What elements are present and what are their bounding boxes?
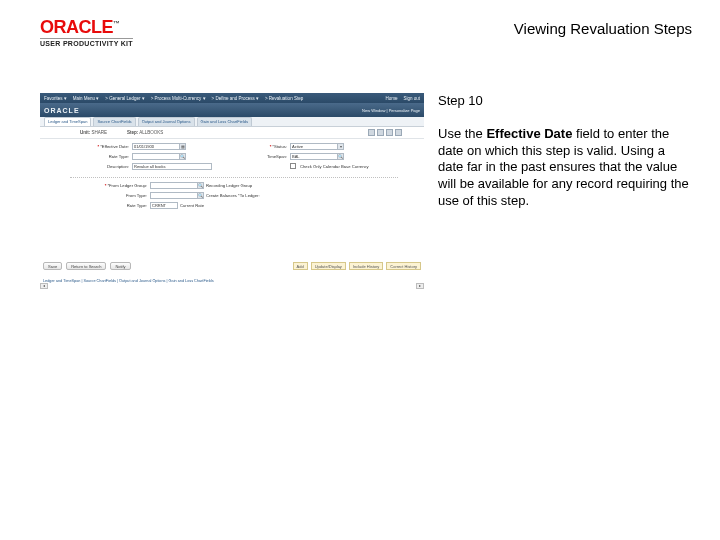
include-history-button[interactable]: Include History: [349, 262, 383, 270]
last-icon[interactable]: [395, 129, 402, 136]
signout-link[interactable]: Sign out: [403, 96, 420, 101]
nav-item[interactable]: > Process Multi-Currency ▾: [151, 96, 206, 101]
return-button[interactable]: Return to Search: [66, 262, 106, 270]
doc-header: ORACLE™ USER PRODUCTIVITY KIT Viewing Re…: [0, 0, 720, 53]
first-icon[interactable]: [386, 129, 393, 136]
ss-actions: Save Return to Search Notify Add Update/…: [40, 261, 424, 271]
calendar-base-checkbox-label: Check Only Calendar Base Currency: [298, 164, 369, 169]
brand-main: ORACLE: [40, 17, 113, 37]
nav-item[interactable]: Main Menu ▾: [73, 96, 100, 101]
from-ledger-label: **From Ledger Group:: [84, 183, 150, 188]
status-select[interactable]: Active: [290, 143, 338, 150]
from-type-field[interactable]: [150, 192, 198, 199]
lookup-icon[interactable]: 🔍: [180, 153, 186, 160]
scroll-left-icon[interactable]: ◂: [40, 283, 48, 289]
rate-type2-label: Rate Type:: [84, 203, 150, 208]
update-display-button[interactable]: Update/Display: [311, 262, 346, 270]
brand-block: ORACLE™ USER PRODUCTIVITY KIT: [40, 18, 133, 47]
nav-item[interactable]: Favorites ▾: [44, 96, 67, 101]
unit-value: SHARE: [92, 130, 108, 135]
timespan-field[interactable]: BAL: [290, 153, 338, 160]
ss-brand: ORACLE: [44, 107, 80, 114]
ss-scrollbar[interactable]: ◂ ▸: [40, 283, 424, 289]
brand-tm: ™: [113, 20, 120, 27]
ss-body: **Effective Date:01/01/1900▦ Rate Type:🔍…: [40, 139, 424, 209]
ss-topbar: Favorites ▾ Main Menu ▾ > General Ledger…: [40, 93, 424, 103]
step-number: Step 10: [438, 93, 692, 108]
field-name-bold: Effective Date: [486, 126, 572, 141]
from-type-label: From Type:: [84, 193, 150, 198]
effective-date-label: **Effective Date:: [84, 144, 132, 149]
scroll-right-icon[interactable]: ▸: [416, 283, 424, 289]
checkbox-icon[interactable]: [290, 163, 296, 169]
tab-ledger[interactable]: Ledger and TimeSpan: [44, 117, 91, 126]
app-screenshot: Favorites ▾ Main Menu ▾ > General Ledger…: [40, 93, 424, 289]
step-label: Step:: [127, 130, 138, 135]
add-button[interactable]: Add: [293, 262, 308, 270]
nav-item[interactable]: > Revaluation Step: [265, 96, 303, 101]
rate-type-field[interactable]: [132, 153, 180, 160]
correct-history-button[interactable]: Correct History: [386, 262, 421, 270]
explain-panel: Step 10 Use the Effective Date field to …: [438, 93, 692, 289]
description-label: Description:: [84, 164, 132, 169]
from-type-text: Create Balances *To Ledger:: [204, 193, 260, 198]
ss-brandbar: ORACLE New Window | Personalize Page: [40, 103, 424, 117]
ss-bread[interactable]: New Window | Personalize Page: [362, 108, 420, 113]
brand-logo: ORACLE™: [40, 18, 133, 36]
effective-date-field[interactable]: 01/01/1900: [132, 143, 180, 150]
from-ledger-text: Recording Ledger Group: [204, 183, 252, 188]
status-label: **Status:: [242, 144, 290, 149]
step-text: Use the Effective Date field to enter th…: [438, 126, 692, 209]
nav-item[interactable]: > General Ledger ▾: [105, 96, 144, 101]
find-icon[interactable]: [368, 129, 375, 136]
content-row: Favorites ▾ Main Menu ▾ > General Ledger…: [0, 53, 720, 289]
notify-button[interactable]: Notify: [110, 262, 130, 270]
tab-gainloss[interactable]: Gain and Loss ChartFields: [197, 117, 252, 126]
brand-sub: USER PRODUCTIVITY KIT: [40, 38, 133, 47]
home-link[interactable]: Home: [385, 96, 397, 101]
viewall-icon[interactable]: [377, 129, 384, 136]
from-ledger-field[interactable]: [150, 182, 198, 189]
doc-title: Viewing Revaluation Steps: [514, 20, 692, 37]
tab-output[interactable]: Output and Journal Options: [138, 117, 195, 126]
calendar-icon[interactable]: ▦: [180, 143, 186, 150]
chevron-down-icon[interactable]: ▾: [338, 143, 344, 150]
divider: [70, 177, 398, 178]
nav-item[interactable]: > Define and Process ▾: [212, 96, 259, 101]
ss-toolbar-icons: [368, 129, 402, 136]
ss-idrow: Unit: SHARE Step: ALLBOOKS: [40, 127, 424, 139]
ss-tabs: Ledger and TimeSpan Source ChartFields O…: [40, 117, 424, 127]
timespan-label: TimeSpan:: [242, 154, 290, 159]
tab-source[interactable]: Source ChartFields: [93, 117, 135, 126]
rate-type2-field[interactable]: CRRNT: [150, 202, 178, 209]
lookup-icon[interactable]: 🔍: [338, 153, 344, 160]
rate-type2-text: Current Rate: [178, 203, 204, 208]
rate-type-label: Rate Type:: [84, 154, 132, 159]
description-field[interactable]: Revalue all books: [132, 163, 212, 170]
unit-label: Unit:: [80, 130, 90, 135]
step-value: ALLBOOKS: [139, 130, 163, 135]
save-button[interactable]: Save: [43, 262, 62, 270]
